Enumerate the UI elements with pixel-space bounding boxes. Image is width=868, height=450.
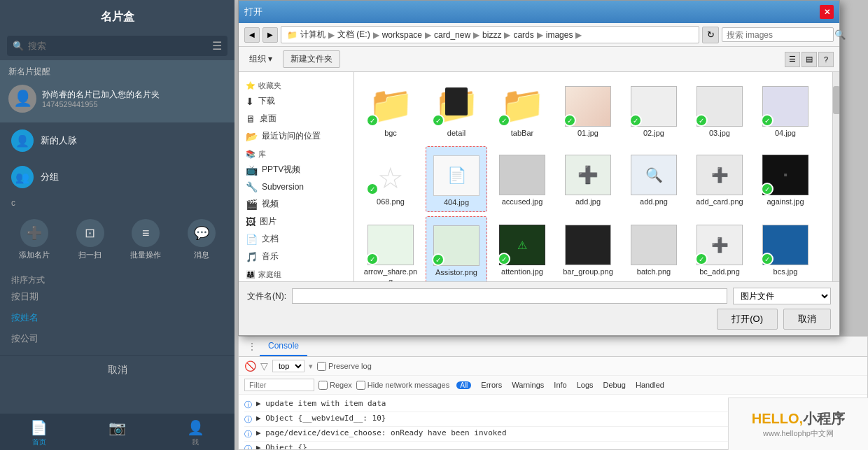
search-input[interactable] [727, 30, 832, 40]
view-details-button[interactable]: ▤ [802, 52, 817, 67]
view-help-button[interactable]: ? [818, 52, 834, 67]
action-batch[interactable]: ≡ 批量操作 [130, 219, 161, 260]
file-item[interactable]: ✓ 01.jpg [557, 78, 619, 142]
errors-btn[interactable]: Errors [478, 380, 505, 390]
check-badge: ✓ [498, 114, 510, 127]
preserve-log-label[interactable]: Preserve log [317, 362, 372, 371]
console-context-select[interactable]: top [272, 360, 304, 372]
new-person-row[interactable]: 👤 新的人脉 [0, 122, 234, 159]
file-thumb: ✓ [366, 220, 415, 265]
info-icon: ⓘ [244, 444, 252, 449]
back-button[interactable]: ◀ [244, 27, 260, 43]
tree-recent[interactable]: 📂 最近访问的位置 [239, 127, 354, 145]
file-item[interactable]: ▪ ✓ against.jpg [755, 146, 816, 212]
preserve-log-checkbox[interactable] [317, 362, 326, 371]
file-name: 04.jpg [775, 129, 796, 138]
cancel-button[interactable]: 取消 [783, 309, 831, 330]
hide-network-checkbox[interactable] [356, 381, 365, 390]
console-text: ▶ update item with item data [256, 399, 386, 408]
logs-btn[interactable]: Logs [574, 380, 596, 390]
search-box[interactable]: 🔍 [722, 27, 834, 42]
search-bar[interactable]: 🔍 ☰ [7, 36, 227, 56]
regex-label[interactable]: Regex [318, 381, 352, 390]
file-item[interactable]: 📁 ✓ tabBar [491, 78, 553, 142]
sort-by-name[interactable]: 按姓名 [11, 307, 223, 328]
sort-section: 排序方式 按日期 按姓名 按公司 [0, 269, 234, 355]
file-item[interactable]: ➕ ✓ bc_add.png [689, 216, 750, 281]
scan-icon: ⊡ [76, 219, 104, 247]
filename-input[interactable] [292, 288, 727, 304]
sort-by-company[interactable]: 按公司 [11, 328, 223, 349]
new-folder-button[interactable]: 新建文件夹 [283, 50, 340, 68]
sort-by-date[interactable]: 按日期 [11, 286, 223, 307]
close-button[interactable]: ✕ [820, 5, 834, 19]
tree-pptv[interactable]: 📺 PPTV视频 [239, 161, 354, 178]
console-menu-icon[interactable]: ⋮ [244, 337, 260, 356]
file-name: attention.jpg [501, 267, 543, 276]
file-item[interactable]: 🔍 add.png [623, 146, 685, 212]
nav-home[interactable]: 📄 首页 [30, 419, 48, 447]
refresh-button[interactable]: ↻ [702, 27, 719, 43]
handled-btn[interactable]: Handled [633, 380, 667, 390]
tree-pictures[interactable]: 🖼 图片 [239, 213, 354, 230]
group-row[interactable]: 👥 分组 [0, 159, 234, 195]
file-grid-area[interactable]: 📁 ✓ bgc 📁 ✓ detail [354, 72, 832, 281]
file-item[interactable]: ➕ add_card.png [689, 146, 750, 212]
file-thumb: 📁 ✓ [366, 82, 415, 127]
action-message[interactable]: 💬 消息 [188, 219, 216, 260]
file-item[interactable]: 📁 ✓ detail [426, 78, 487, 142]
open-button[interactable]: 打开(O) [717, 309, 778, 330]
regex-checkbox[interactable] [318, 381, 328, 390]
file-item[interactable]: ⚠ ✓ attention.jpg [491, 216, 553, 281]
tree-music[interactable]: 🎵 音乐 [239, 248, 354, 265]
file-item[interactable]: ✓ 04.jpg [755, 78, 816, 142]
nav-camera[interactable]: 📷 [108, 419, 126, 447]
file-item[interactable]: ✓ 03.jpg [689, 78, 750, 142]
file-item[interactable]: accused.jpg [491, 146, 553, 212]
file-thumb [564, 220, 612, 265]
batch-label: 批量操作 [130, 250, 161, 260]
console-filter-icon[interactable]: ▽ [260, 360, 268, 372]
notification-card[interactable]: 👤 孙尚睿的名片已加入您的名片夹 1474529441955 [8, 80, 226, 117]
filetype-select[interactable]: 图片文件 [733, 288, 831, 304]
forward-button[interactable]: ▶ [262, 27, 278, 43]
bc-cards: cards [513, 30, 533, 40]
bottom-nav: 📄 首页 📷 👤 我 [0, 414, 234, 450]
file-item[interactable]: 📄 404.jpg [426, 146, 487, 212]
console-tab[interactable]: Console [260, 337, 307, 356]
file-item[interactable]: ☆ ✓ 068.png [360, 146, 421, 212]
info-btn[interactable]: Info [551, 380, 569, 390]
avatar: 👤 [8, 85, 36, 113]
tree-docs[interactable]: 📄 文档 [239, 230, 354, 248]
hide-network-label[interactable]: Hide network messages [356, 381, 449, 390]
file-item[interactable]: 📁 ✓ bgc [360, 78, 421, 142]
all-level-btn[interactable]: All [454, 380, 474, 390]
docs-icon: 📄 [246, 234, 258, 245]
file-item[interactable]: bar_group.png [557, 216, 619, 281]
breadcrumb[interactable]: 📁 计算机 ▶ 文档 (E:) ▶ workspace ▶ card_new ▶… [281, 26, 699, 43]
nav-profile[interactable]: 👤 我 [187, 419, 204, 447]
file-item[interactable]: ✓ arrow_share.png [360, 216, 421, 281]
scrollbar[interactable] [832, 72, 839, 281]
file-item[interactable]: ➕ add.jpg [557, 146, 619, 212]
action-add-card[interactable]: ➕ 添加名片 [19, 219, 50, 260]
file-item[interactable]: ✓ Assistor.png [426, 216, 487, 281]
tree-desktop[interactable]: 🖥 桌面 [239, 110, 354, 127]
tree-downloads[interactable]: ⬇ 下载 [239, 92, 354, 110]
file-item[interactable]: ✓ 02.jpg [623, 78, 685, 142]
file-item[interactable]: ✓ bcs.jpg [755, 216, 816, 281]
action-scan[interactable]: ⊡ 扫一扫 [76, 219, 104, 260]
search-input[interactable] [28, 41, 208, 51]
menu-icon[interactable]: ☰ [212, 39, 222, 52]
warnings-btn[interactable]: Warnings [509, 380, 547, 390]
organize-button[interactable]: 组织 ▾ [244, 51, 277, 67]
console-clear-icon[interactable]: 🚫 [244, 360, 256, 372]
tree-video[interactable]: 🎬 视频 [239, 195, 354, 213]
view-list-button[interactable]: ☰ [785, 52, 800, 67]
filter-input[interactable] [244, 379, 314, 391]
tree-subversion[interactable]: 🔧 Subversion [239, 178, 354, 195]
file-thumb: ✓ [761, 82, 810, 127]
debug-btn[interactable]: Debug [601, 380, 629, 390]
file-item[interactable]: batch.png [623, 216, 685, 281]
cancel-button[interactable]: 取消 [0, 355, 234, 385]
